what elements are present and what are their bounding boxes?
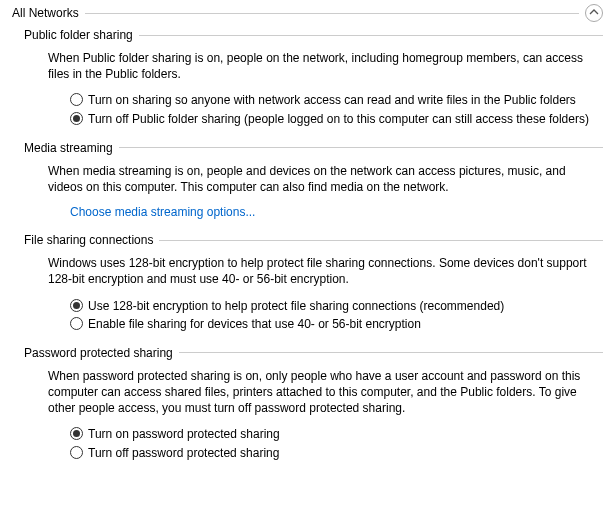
collapse-button[interactable] [585,4,603,22]
divider [179,352,603,353]
section-header: Password protected sharing [24,346,603,360]
section-title: Media streaming [24,141,119,155]
radio-label: Use 128-bit encryption to help protect f… [88,298,504,314]
radio-turn-off-public-sharing[interactable]: Turn off Public folder sharing (people l… [70,111,599,127]
radio-group-public-folder: Turn on sharing so anyone with network a… [70,92,599,126]
radio-group-encryption: Use 128-bit encryption to help protect f… [70,298,599,332]
radio-icon [70,93,83,106]
group-title: All Networks [12,6,85,20]
section-password-protected-sharing: Password protected sharing When password… [24,346,603,461]
radio-group-password: Turn on password protected sharing Turn … [70,426,599,460]
radio-label: Turn off Public folder sharing (people l… [88,111,589,127]
section-description: When media streaming is on, people and d… [48,163,599,195]
section-header: Media streaming [24,141,603,155]
radio-icon [70,446,83,459]
radio-40-56-bit-encryption[interactable]: Enable file sharing for devices that use… [70,316,599,332]
section-header: Public folder sharing [24,28,603,42]
divider [159,240,603,241]
section-title: File sharing connections [24,233,159,247]
radio-label: Enable file sharing for devices that use… [88,316,421,332]
section-title: Public folder sharing [24,28,139,42]
section-description: Windows uses 128-bit encryption to help … [48,255,599,287]
radio-turn-on-public-sharing[interactable]: Turn on sharing so anyone with network a… [70,92,599,108]
radio-label: Turn off password protected sharing [88,445,279,461]
divider [85,13,579,14]
group-header: All Networks [12,4,603,22]
radio-label: Turn on password protected sharing [88,426,280,442]
section-description: When Public folder sharing is on, people… [48,50,599,82]
radio-icon [70,112,83,125]
radio-icon [70,427,83,440]
section-public-folder-sharing: Public folder sharing When Public folder… [24,28,603,127]
radio-icon [70,299,83,312]
divider [139,35,603,36]
radio-turn-on-password-sharing[interactable]: Turn on password protected sharing [70,426,599,442]
section-description: When password protected sharing is on, o… [48,368,599,417]
section-media-streaming: Media streaming When media streaming is … [24,141,603,219]
section-header: File sharing connections [24,233,603,247]
radio-icon [70,317,83,330]
radio-128-bit-encryption[interactable]: Use 128-bit encryption to help protect f… [70,298,599,314]
radio-turn-off-password-sharing[interactable]: Turn off password protected sharing [70,445,599,461]
section-title: Password protected sharing [24,346,179,360]
chevron-up-icon [589,6,599,20]
section-file-sharing-connections: File sharing connections Windows uses 12… [24,233,603,332]
divider [119,147,603,148]
link-media-streaming-options[interactable]: Choose media streaming options... [70,205,255,219]
radio-label: Turn on sharing so anyone with network a… [88,92,576,108]
